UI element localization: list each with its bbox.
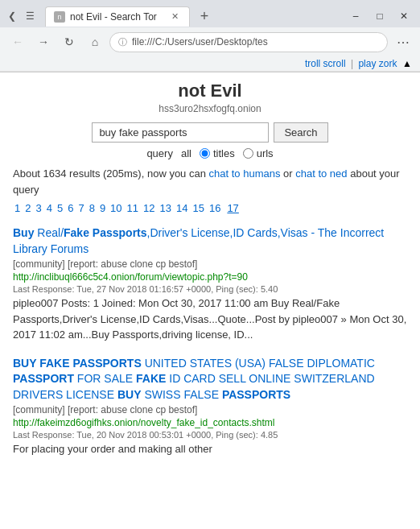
page-15[interactable]: 15 <box>191 202 205 214</box>
result-item-2: BUY FAKE PASSPORTS UNITED STATES (USA) F… <box>13 356 407 457</box>
search-form: Search <box>13 122 407 143</box>
page-3[interactable]: 3 <box>34 202 43 214</box>
new-tab-btn[interactable]: + <box>193 5 216 27</box>
page-1[interactable]: 1 <box>13 202 22 214</box>
titles-radio[interactable] <box>200 148 210 159</box>
active-tab[interactable]: n not Evil - Search Tor ✕ <box>45 6 190 27</box>
search-options: query all titles urls <box>13 147 407 159</box>
more-btn[interactable]: ⋯ <box>391 31 414 53</box>
page-7[interactable]: 7 <box>76 202 85 214</box>
titles-label: titles <box>213 147 235 159</box>
browser-chrome: ❮ ☰ n not Evil - Search Tor ✕ + – □ ✕ ← … <box>0 0 420 72</box>
urls-radio-group: urls <box>243 147 274 159</box>
result-url-1: http://inclibuql666c5c4.onion/forum/view… <box>13 271 407 283</box>
window-controls: – □ ✕ <box>344 5 415 27</box>
result-snippet-2: For placing your order and making all ot… <box>13 441 407 457</box>
play-zork-link[interactable]: play zork <box>358 58 397 69</box>
site-title: not Evil <box>13 81 407 101</box>
toolbar-sep: | <box>351 58 353 69</box>
site-domain: hss3uro2hsxfogfq.onion <box>13 103 407 114</box>
results-count-text: About 1634 results (205ms), now you can <box>13 167 206 180</box>
chat-to-ned-link[interactable]: chat to ned <box>295 167 347 180</box>
page-16[interactable]: 16 <box>208 202 222 214</box>
tab-close-btn[interactable]: ✕ <box>168 10 181 23</box>
result-link-2[interactable]: BUY FAKE PASSPORTS UNITED STATES (USA) F… <box>13 357 375 401</box>
urls-radio[interactable] <box>243 148 253 159</box>
chat-to-humans-link[interactable]: chat to humans <box>209 167 281 180</box>
address-text: file:///C:/Users/user/Desktop/tes <box>132 36 379 48</box>
nav-bar: ← → ↻ ⌂ ⓘ file:///C:/Users/user/Desktop/… <box>0 27 420 56</box>
query-label: query <box>146 147 173 159</box>
page-2[interactable]: 2 <box>23 202 32 214</box>
search-button[interactable]: Search <box>274 122 327 143</box>
back-btn[interactable]: ← <box>6 31 29 53</box>
page-14[interactable]: 14 <box>175 202 189 214</box>
titles-radio-group: titles <box>200 147 235 159</box>
result-title-2: BUY FAKE PASSPORTS UNITED STATES (USA) F… <box>13 356 407 403</box>
or-text: or <box>283 167 295 180</box>
page-12[interactable]: 12 <box>142 202 156 214</box>
page-17[interactable]: 17 <box>225 202 240 214</box>
toolbar-links: troll scroll | play zork ▲ <box>0 56 420 72</box>
page-list-btn[interactable]: ☰ <box>23 9 37 23</box>
home-btn[interactable]: ⌂ <box>84 31 106 53</box>
troll-scroll-link[interactable]: troll scroll <box>305 58 346 69</box>
page-content: not Evil hss3uro2hsxfogfq.onion Search q… <box>0 72 420 478</box>
address-bar[interactable]: ⓘ file:///C:/Users/user/Desktop/tes <box>109 32 388 52</box>
page-8[interactable]: 8 <box>88 202 97 214</box>
page-9[interactable]: 9 <box>98 202 107 214</box>
result-meta-2: [community] [report: abuse clone cp best… <box>13 404 407 415</box>
result-meta-1: [community] [report: abuse clone cp best… <box>13 258 407 270</box>
page-4[interactable]: 4 <box>45 202 54 214</box>
back-page-btn[interactable]: ❮ <box>5 9 19 23</box>
all-label: all <box>181 147 191 159</box>
result-title-1: Buy Real/Fake Passports,Driver's License… <box>13 225 407 257</box>
page-10[interactable]: 10 <box>109 202 123 214</box>
page-11[interactable]: 11 <box>126 202 140 214</box>
page-13[interactable]: 13 <box>159 202 173 214</box>
security-icon: ⓘ <box>118 36 127 48</box>
result-link-1[interactable]: Buy Real/Fake Passports,Driver's License… <box>13 226 384 255</box>
pagination: 1 2 3 4 5 6 7 8 9 10 11 12 13 14 15 16 1… <box>13 202 407 214</box>
tab-bar: ❮ ☰ n not Evil - Search Tor ✕ + – □ ✕ <box>0 0 420 27</box>
window-close-btn[interactable]: ✕ <box>393 5 415 27</box>
tab-favicon: n <box>54 11 65 23</box>
search-input[interactable] <box>92 122 269 143</box>
page-6[interactable]: 6 <box>66 202 75 214</box>
result-item-1: Buy Real/Fake Passports,Driver's License… <box>13 225 407 343</box>
urls-label: urls <box>257 147 274 159</box>
results-summary: About 1634 results (205ms), now you can … <box>13 166 407 197</box>
refresh-btn[interactable]: ↻ <box>58 31 80 53</box>
minimize-btn[interactable]: – <box>344 5 367 27</box>
result-last-response-1: Last Response: Tue, 27 Nov 2018 01:16:57… <box>13 284 407 294</box>
result-url-2: http://fakeimzd6ogifhks.onion/novelty_fa… <box>13 417 407 428</box>
maximize-btn[interactable]: □ <box>369 5 391 27</box>
tab-controls: ❮ ☰ <box>5 9 37 23</box>
result-snippet-1: pipleo007 Posts: 1 Joined: Mon Oct 30, 2… <box>13 295 407 343</box>
forward-btn[interactable]: → <box>32 31 55 53</box>
result-last-response-2: Last Response: Tue, 20 Nov 2018 00:53:01… <box>13 430 407 440</box>
tab-label: not Evil - Search Tor <box>70 11 157 23</box>
page-5[interactable]: 5 <box>56 202 64 214</box>
